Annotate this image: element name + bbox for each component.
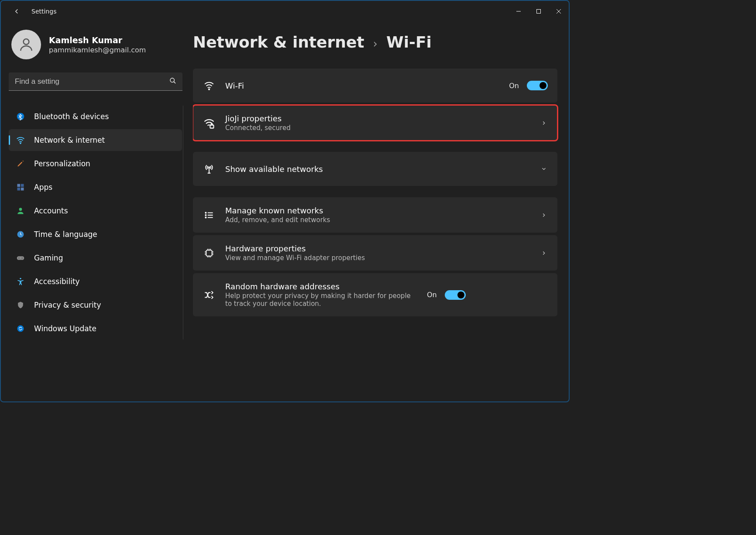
sidebar-item-label: Apps [34, 183, 52, 192]
svg-point-2 [24, 39, 29, 45]
search-icon [169, 77, 176, 86]
gamepad-icon [16, 253, 25, 263]
avatar [11, 30, 41, 59]
wifi-icon [203, 79, 216, 92]
sidebar-item-bluetooth[interactable]: Bluetooth & devices [9, 106, 182, 127]
svg-point-6 [20, 143, 21, 144]
breadcrumb-parent[interactable]: Network & internet [193, 33, 364, 51]
chevron-right-icon: › [373, 37, 378, 50]
svg-point-11 [19, 208, 22, 211]
hardware-properties-card[interactable]: Hardware properties View and manage Wi-F… [193, 235, 557, 271]
shield-icon [16, 300, 25, 310]
wifi-lock-icon [203, 117, 216, 130]
random-addresses-card[interactable]: Random hardware addresses Help protect y… [193, 273, 557, 316]
chevron-right-icon [541, 120, 548, 127]
wifi-properties-card[interactable]: JioJi properties Connected, secured [193, 105, 557, 141]
svg-rect-13 [17, 256, 24, 260]
back-button[interactable] [9, 3, 24, 19]
svg-point-22 [205, 214, 206, 215]
random-addresses-toggle[interactable] [445, 290, 466, 300]
sidebar-item-apps[interactable]: Apps [9, 176, 182, 198]
card-subtitle: Help protect your privacy by making it h… [225, 292, 417, 308]
brush-icon [16, 159, 25, 168]
svg-rect-19 [210, 125, 213, 128]
window-title: Settings [31, 8, 56, 15]
antenna-icon [203, 162, 216, 175]
chevron-down-icon [541, 165, 548, 172]
card-subtitle: View and manage Wi-Fi adapter properties [225, 254, 531, 262]
toggle-state-label: On [509, 82, 519, 90]
card-title: Show available networks [225, 165, 531, 174]
sidebar-item-label: Accounts [34, 206, 68, 215]
close-button[interactable] [549, 4, 569, 18]
available-networks-card[interactable]: Show available networks [193, 152, 557, 186]
svg-point-23 [205, 217, 206, 218]
card-title: Random hardware addresses [225, 282, 417, 291]
svg-rect-1 [537, 10, 541, 14]
svg-rect-27 [206, 250, 212, 256]
wifi-toggle[interactable] [527, 81, 548, 90]
profile-name: Kamlesh Kumar [49, 35, 146, 45]
clock-icon [16, 230, 25, 239]
card-subtitle: Connected, secured [225, 124, 531, 132]
card-subtitle: Add, remove, and edit networks [225, 216, 531, 224]
sidebar-item-update[interactable]: Windows Update [9, 318, 182, 340]
svg-point-16 [20, 278, 21, 279]
sidebar-item-label: Windows Update [34, 324, 96, 333]
search-input[interactable] [9, 72, 182, 91]
sidebar-item-accounts[interactable]: Accounts [9, 200, 182, 222]
sidebar-item-label: Privacy & security [34, 301, 101, 309]
svg-line-4 [174, 82, 175, 83]
card-title: JioJi properties [225, 114, 531, 123]
svg-point-15 [22, 257, 23, 258]
known-networks-card[interactable]: Manage known networks Add, remove, and e… [193, 197, 557, 233]
sidebar-item-label: Gaming [34, 254, 63, 262]
bluetooth-icon [16, 112, 25, 121]
card-title: Wi-Fi [225, 81, 499, 90]
minimize-button[interactable] [509, 4, 529, 18]
chevron-right-icon [541, 212, 548, 219]
person-icon [16, 206, 25, 216]
svg-rect-9 [17, 188, 21, 191]
wifi-toggle-card[interactable]: Wi-Fi On [193, 69, 557, 103]
card-title: Hardware properties [225, 244, 531, 253]
sidebar-item-label: Network & internet [34, 136, 105, 144]
card-title: Manage known networks [225, 206, 531, 215]
sidebar-item-label: Personalization [34, 159, 90, 168]
shuffle-icon [203, 288, 216, 302]
user-profile[interactable]: Kamlesh Kumar pammikamlesh@gmail.com [9, 30, 188, 59]
wifi-icon [16, 135, 25, 145]
sidebar-item-personalization[interactable]: Personalization [9, 153, 182, 175]
sidebar-item-label: Time & language [34, 230, 97, 239]
sidebar-item-accessibility[interactable]: Accessibility [9, 271, 182, 292]
svg-point-20 [209, 167, 210, 168]
svg-rect-7 [17, 184, 21, 187]
sidebar-item-time[interactable]: Time & language [9, 223, 182, 245]
svg-point-14 [18, 257, 19, 258]
sidebar-item-gaming[interactable]: Gaming [9, 247, 182, 269]
svg-point-18 [209, 89, 210, 90]
toggle-state-label: On [427, 291, 437, 299]
sidebar-item-label: Bluetooth & devices [34, 112, 109, 121]
chip-icon [203, 247, 216, 260]
list-icon [203, 209, 216, 222]
sidebar-item-network[interactable]: Network & internet [9, 129, 182, 151]
apps-icon [16, 182, 25, 192]
profile-email: pammikamlesh@gmail.com [49, 46, 146, 54]
maximize-button[interactable] [529, 4, 549, 18]
chevron-right-icon [541, 250, 548, 257]
breadcrumb: Network & internet › Wi-Fi [193, 33, 557, 51]
svg-point-17 [17, 326, 24, 332]
accessibility-icon [16, 277, 25, 286]
update-icon [16, 324, 25, 333]
svg-point-3 [170, 78, 174, 82]
svg-point-21 [205, 212, 206, 213]
sidebar-item-label: Accessibility [34, 277, 80, 286]
sidebar-item-privacy[interactable]: Privacy & security [9, 294, 182, 316]
breadcrumb-current: Wi-Fi [386, 33, 432, 51]
svg-rect-10 [21, 188, 24, 191]
svg-rect-8 [21, 184, 24, 187]
